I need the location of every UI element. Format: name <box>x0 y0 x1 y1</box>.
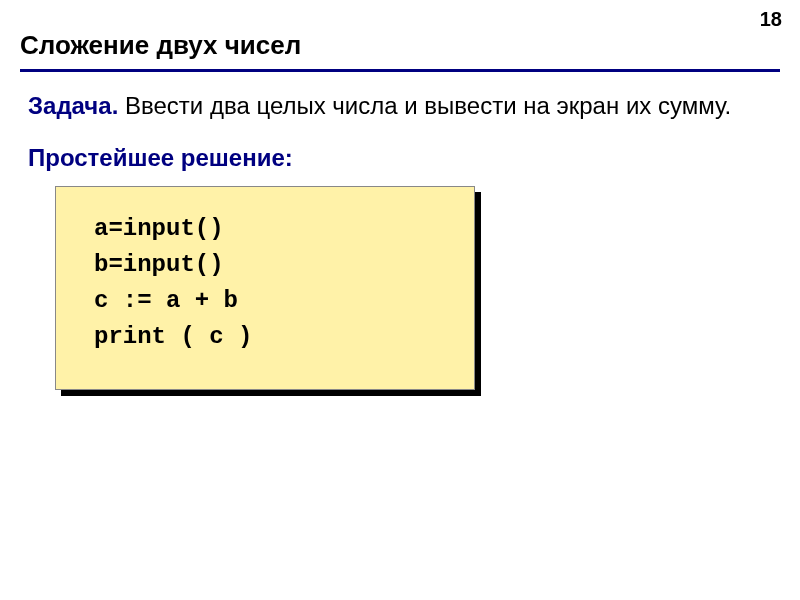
code-line-1: a=input() <box>94 215 224 242</box>
title-underline <box>20 69 780 72</box>
task-description: Задача. Ввести два целых числа и вывести… <box>0 90 800 122</box>
code-line-2: b=input() <box>94 251 224 278</box>
page-number: 18 <box>760 8 782 31</box>
code-line-4: print ( c ) <box>94 323 252 350</box>
slide-title: Сложение двух чисел <box>0 0 800 69</box>
code-content: a=input() b=input() c := a + b print ( c… <box>55 186 475 390</box>
code-line-3: c := a + b <box>94 287 238 314</box>
task-label: Задача. <box>28 92 118 119</box>
task-text: Ввести два целых числа и вывести на экра… <box>118 92 731 119</box>
code-block: a=input() b=input() c := a + b print ( c… <box>55 186 475 390</box>
solution-label: Простейшее решение: <box>0 122 800 186</box>
